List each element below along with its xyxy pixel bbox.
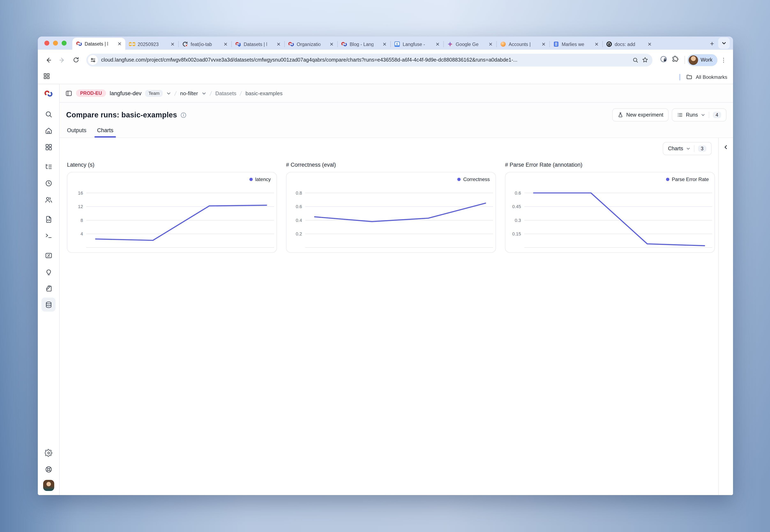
tab-outputs[interactable]: Outputs xyxy=(67,127,86,138)
sidebar-item-playground[interactable] xyxy=(41,229,55,243)
page-actions: New experiment Runs 4 xyxy=(612,108,726,122)
browser-tab[interactable]: feat(io-tab✕ xyxy=(178,39,231,50)
close-window-icon[interactable] xyxy=(44,41,49,46)
browser-tab[interactable]: Organizatio✕ xyxy=(284,39,337,50)
apps-grid-icon[interactable] xyxy=(44,73,50,81)
info-icon[interactable] xyxy=(180,112,186,118)
browser-tab[interactable]: Datasets | l✕ xyxy=(72,38,125,50)
charts-selector-button[interactable]: Charts 3 xyxy=(663,142,712,155)
sidebar-item-search[interactable] xyxy=(41,107,55,121)
sidebar-item-tracing[interactable] xyxy=(41,160,55,174)
langfuse-favicon-icon xyxy=(288,41,294,47)
zoom-window-icon[interactable] xyxy=(62,41,67,46)
tab-search-chevron-icon[interactable] xyxy=(718,37,730,49)
tab-charts[interactable]: Charts xyxy=(97,127,114,138)
back-button[interactable] xyxy=(42,54,54,66)
tab-close-icon[interactable]: ✕ xyxy=(541,41,546,47)
tab-close-icon[interactable]: ✕ xyxy=(329,41,335,47)
svg-text:0.6: 0.6 xyxy=(515,190,521,196)
minimize-window-icon[interactable] xyxy=(53,41,58,46)
tab-title: Google Ge xyxy=(456,42,485,47)
sidebar-item-support[interactable] xyxy=(41,462,55,476)
tab-close-icon[interactable]: ✕ xyxy=(594,41,600,47)
sidebar-item-users[interactable] xyxy=(41,193,55,206)
breadcrumb-separator: / xyxy=(240,90,243,97)
tab-close-icon[interactable]: ✕ xyxy=(117,41,122,47)
org-switcher-chevron-icon[interactable] xyxy=(166,91,171,95)
sidebar-item-evaluation[interactable] xyxy=(41,248,55,262)
browser-tab[interactable]: 6Langfuse -✕ xyxy=(390,39,443,50)
profile-chip[interactable]: Work xyxy=(687,54,717,66)
user-avatar[interactable] xyxy=(43,480,54,491)
tab-close-icon[interactable]: ✕ xyxy=(170,41,175,47)
svg-text:8: 8 xyxy=(80,218,83,223)
tab-close-icon[interactable]: ✕ xyxy=(488,41,493,47)
legend-label: latency xyxy=(255,177,271,182)
breadcrumb-dataset-name[interactable]: basic-examples xyxy=(246,90,283,96)
browser-menu-icon[interactable]: ⋮ xyxy=(719,57,728,63)
sidebar-item-sessions[interactable] xyxy=(41,176,55,190)
org-name[interactable]: langfuse-dev xyxy=(110,90,141,96)
site-info-icon[interactable] xyxy=(88,55,98,65)
browser-tab[interactable]: Google Ge✕ xyxy=(443,39,496,50)
side-panel-strip xyxy=(718,138,733,495)
reload-button[interactable] xyxy=(70,54,82,66)
project-name[interactable]: no-filter xyxy=(180,90,198,96)
browser-tab[interactable]: Accounts |✕ xyxy=(496,39,549,50)
browser-tab[interactable]: 20250923✕ xyxy=(125,39,178,50)
sidebar-item-insights[interactable] xyxy=(41,265,55,279)
legend-label: Parse Error Rate xyxy=(672,177,709,182)
svg-text:12: 12 xyxy=(78,204,83,209)
extensions-puzzle-icon[interactable] xyxy=(671,55,679,64)
tab-close-icon[interactable]: ✕ xyxy=(647,41,653,47)
page-tabs: Outputs Charts xyxy=(66,127,726,138)
password-extension-icon[interactable] xyxy=(660,55,667,64)
chart-card[interactable]: 161284latency xyxy=(67,172,277,253)
folder-icon xyxy=(687,75,692,79)
new-experiment-button[interactable]: New experiment xyxy=(612,108,669,122)
runs-selector-button[interactable]: Runs 4 xyxy=(672,108,726,122)
url-text: cloud.langfuse.com/project/cmfwgv8fx002o… xyxy=(101,57,629,63)
sidebar-item-home[interactable] xyxy=(41,124,55,138)
users-icon xyxy=(45,196,52,203)
url-bar[interactable]: cloud.langfuse.com/project/cmfwgv8fx002o… xyxy=(86,54,653,66)
collapse-panel-icon[interactable] xyxy=(721,142,731,152)
tab-title: 20250923 xyxy=(138,42,167,47)
chart-legend: Parse Error Rate xyxy=(666,177,709,182)
browser-tab[interactable]: Blog - Lang✕ xyxy=(337,39,390,50)
blue-doc-favicon-icon xyxy=(553,41,559,47)
sidebar-item-prompts[interactable] xyxy=(41,212,55,226)
sidebar-item-settings[interactable] xyxy=(41,446,55,460)
langfuse-logo-icon[interactable] xyxy=(38,84,59,103)
chart-card[interactable]: 0.60.450.30.15Parse Error Rate xyxy=(505,172,715,253)
tab-title: Organizatio xyxy=(297,42,326,47)
list-icon xyxy=(677,112,683,118)
chart-block: # Parse Error Rate (annotation)0.60.450.… xyxy=(505,158,715,253)
breadcrumb-datasets-link[interactable]: Datasets xyxy=(215,90,237,96)
bookmark-star-icon[interactable] xyxy=(642,57,648,63)
sidebar-item-annotation[interactable] xyxy=(41,281,55,295)
langfuse-favicon-icon xyxy=(76,41,82,47)
all-bookmarks[interactable]: All Bookmarks xyxy=(679,74,727,80)
tab-close-icon[interactable]: ✕ xyxy=(382,41,387,47)
tab-close-icon[interactable]: ✕ xyxy=(276,41,282,47)
svg-text:0.8: 0.8 xyxy=(296,190,302,196)
project-switcher-chevron-icon[interactable] xyxy=(202,91,206,95)
zoom-page-icon[interactable] xyxy=(632,57,639,63)
annotation-icon xyxy=(45,284,52,292)
new-tab-button[interactable]: + xyxy=(707,39,717,49)
sidebar-item-datasets[interactable] xyxy=(41,298,55,312)
page-title: Compare runs: basic-examples xyxy=(66,111,177,119)
sidebar-item-dashboards[interactable] xyxy=(41,140,55,154)
tab-close-icon[interactable]: ✕ xyxy=(223,41,229,47)
tab-close-icon[interactable]: ✕ xyxy=(435,41,440,47)
panel-toggle-icon[interactable] xyxy=(65,90,72,97)
chart-card[interactable]: 0.80.60.40.2Correctness xyxy=(286,172,496,253)
legend-dot-icon xyxy=(457,178,461,181)
browser-tab[interactable]: Datasets | l✕ xyxy=(231,39,284,50)
browser-tab[interactable]: docs: add✕ xyxy=(603,39,655,50)
breadcrumb-separator: / xyxy=(209,90,212,97)
tab-title: Datasets | l xyxy=(244,42,273,47)
browser-tab[interactable]: Marlies we✕ xyxy=(549,39,603,50)
forward-button[interactable] xyxy=(56,54,68,66)
